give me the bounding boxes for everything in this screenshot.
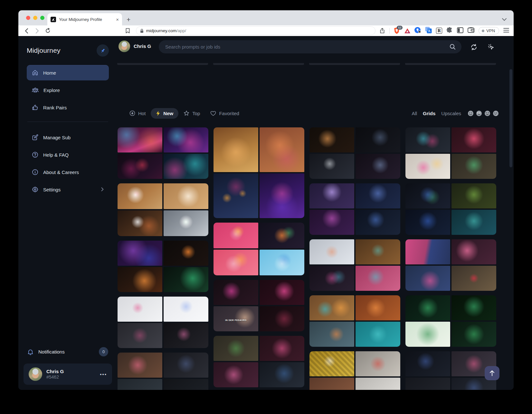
grid-image-tile[interactable] <box>356 322 400 347</box>
grid-image-tile[interactable] <box>164 183 208 209</box>
grid-image-tile[interactable] <box>118 379 162 390</box>
grid-image-tile[interactable] <box>405 266 450 291</box>
grid-image-tile[interactable] <box>118 127 162 152</box>
grid-image-tile[interactable] <box>309 378 354 390</box>
user-account-card[interactable]: Chris G #5462 ••• <box>24 363 112 385</box>
grid-image-tile[interactable] <box>405 183 450 208</box>
r-extension-icon[interactable]: R <box>436 28 442 34</box>
grid-image-tile[interactable] <box>260 306 304 331</box>
grid-image-tile[interactable] <box>309 183 354 208</box>
grid-image-tile[interactable] <box>451 322 496 347</box>
grid-image-tile[interactable] <box>214 173 258 218</box>
bookmark-icon[interactable] <box>124 27 131 35</box>
grid-image-tile[interactable] <box>260 127 304 172</box>
grid-image-tile[interactable] <box>451 239 496 264</box>
grid-image-tile[interactable] <box>356 210 400 235</box>
grid-image-tile[interactable] <box>356 183 400 208</box>
grid-image-tile[interactable] <box>405 239 450 264</box>
grid-image-tile[interactable] <box>260 173 304 218</box>
grid-image-tile[interactable] <box>118 353 162 378</box>
grid-image-tile[interactable] <box>309 239 354 264</box>
grid-image-tile[interactable] <box>405 127 450 152</box>
grid-image-tile[interactable]: IN DER PEDAVRD <box>214 306 258 331</box>
filter-tab-new[interactable]: New <box>151 108 178 119</box>
grid-image-tile[interactable] <box>118 154 162 179</box>
grinning-face-filter-icon[interactable] <box>484 110 490 116</box>
grid-image-tile[interactable] <box>309 295 354 320</box>
grid-image-tile[interactable] <box>309 127 354 152</box>
unamused-face-filter-icon[interactable] <box>476 110 482 116</box>
grid-image-tile[interactable] <box>164 297 208 322</box>
filter-tab-top[interactable]: Top <box>178 108 205 119</box>
filter-tab-hot[interactable]: Hot <box>124 108 151 119</box>
forward-icon[interactable] <box>33 27 41 35</box>
search-icon[interactable] <box>450 44 456 50</box>
zoom-window-button[interactable] <box>40 16 44 20</box>
grid-image-tile[interactable] <box>356 295 400 320</box>
grid-image-tile[interactable] <box>451 295 496 320</box>
grid-image-tile[interactable] <box>118 183 162 209</box>
sidebar-item-home[interactable]: Home <box>27 65 109 80</box>
filter-tab-favorited[interactable]: Favorited <box>205 108 244 119</box>
grid-image-tile[interactable] <box>214 280 258 305</box>
sidebar-item-help-faq[interactable]: Help & FAQ <box>27 147 109 162</box>
minimize-window-button[interactable] <box>33 16 37 20</box>
grid-image-tile[interactable] <box>214 336 258 361</box>
sidebar-item-about-careers[interactable]: About & Careers <box>27 164 109 180</box>
new-tab-button[interactable]: + <box>127 16 130 23</box>
grid-image-tile[interactable] <box>164 241 208 266</box>
grid-image-tile[interactable] <box>164 267 208 292</box>
grid-image-tile[interactable] <box>164 353 208 378</box>
extensions-puzzle-icon[interactable] <box>446 27 453 35</box>
grid-image-tile[interactable] <box>260 250 304 275</box>
sidebar-toggle-icon[interactable] <box>457 27 463 34</box>
browser-tab[interactable]: Your Midjourney Profile × <box>47 13 122 25</box>
address-bar[interactable]: midjourney.com/app/ <box>136 26 375 35</box>
grid-image-tile[interactable] <box>356 378 400 390</box>
grid-image-tile[interactable] <box>118 323 162 348</box>
browser-menu-icon[interactable] <box>503 28 509 34</box>
grid-image-tile[interactable] <box>405 351 450 376</box>
grid-image-tile[interactable] <box>214 362 258 387</box>
grid-image-tile[interactable] <box>309 266 354 291</box>
magic-cursor-icon[interactable] <box>486 42 496 52</box>
scope-grids[interactable]: Grids <box>423 111 435 116</box>
grid-image-tile[interactable] <box>118 297 162 322</box>
user-menu-dots-icon[interactable]: ••• <box>100 372 107 377</box>
close-window-button[interactable] <box>26 16 30 20</box>
grid-image-tile[interactable] <box>356 127 400 152</box>
grid-image-tile[interactable] <box>451 266 496 291</box>
grid-image-tile[interactable] <box>451 127 496 152</box>
grid-image-tile[interactable] <box>214 223 258 248</box>
grid-image-tile[interactable] <box>309 322 354 347</box>
grid-image-tile[interactable] <box>214 127 258 172</box>
grid-image-tile[interactable] <box>405 378 450 390</box>
grid-image-tile[interactable] <box>260 280 304 305</box>
search-input[interactable] <box>165 44 450 50</box>
wallet-icon[interactable] <box>468 27 474 34</box>
grid-image-tile[interactable] <box>451 210 496 235</box>
brave-shield-icon[interactable]: 53 <box>393 27 400 35</box>
sidebar-item-explore[interactable]: Explore <box>27 82 109 98</box>
grid-image-tile[interactable] <box>164 154 208 179</box>
scope-upscales[interactable]: Upscales <box>441 111 461 116</box>
grid-image-tile[interactable] <box>164 323 208 348</box>
sidebar-item-notifications[interactable]: Notifications 0 <box>24 347 112 356</box>
grid-image-tile[interactable] <box>164 210 208 236</box>
grid-image-tile[interactable] <box>309 154 354 179</box>
sidebar-item-settings[interactable]: Settings <box>27 182 109 197</box>
grid-image-tile[interactable] <box>260 223 304 248</box>
grid-image-tile[interactable] <box>356 266 400 291</box>
back-icon[interactable] <box>23 27 30 35</box>
grid-image-tile[interactable] <box>405 210 450 235</box>
sidebar-item-manage-sub[interactable]: Manage Sub <box>27 130 109 145</box>
grid-image-tile[interactable] <box>164 379 208 390</box>
grid-image-tile[interactable] <box>405 295 450 320</box>
grid-image-tile[interactable] <box>118 241 162 266</box>
tab-close-icon[interactable]: × <box>116 17 119 22</box>
sidebar-item-rank-pairs[interactable]: Rank Pairs <box>27 100 109 115</box>
bat-rewards-icon[interactable] <box>404 27 411 35</box>
password-manager-extension-icon[interactable] <box>414 27 421 35</box>
grid-image-tile[interactable] <box>405 322 450 347</box>
pin-sidebar-button[interactable] <box>97 44 109 57</box>
